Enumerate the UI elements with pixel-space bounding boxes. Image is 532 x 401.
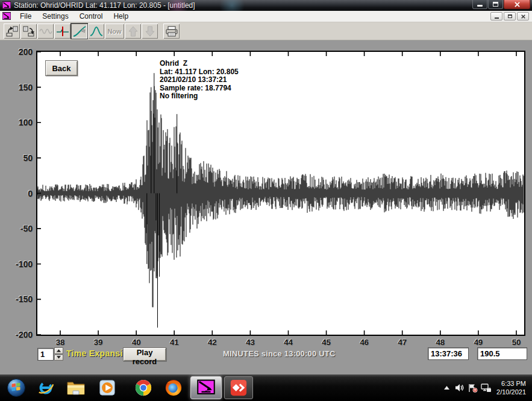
- red-launcher-icon: [230, 379, 248, 397]
- x-axis-label: 50: [504, 338, 528, 347]
- spin-down-icon: [57, 356, 61, 359]
- menu-item-control[interactable]: Control: [74, 11, 108, 22]
- travel-time-curve-icon: [73, 25, 86, 37]
- print-button[interactable]: [163, 24, 180, 39]
- x-axis-label: 38: [48, 338, 72, 347]
- file-explorer-icon[interactable]: [66, 378, 86, 397]
- chrome-icon[interactable]: [134, 378, 153, 397]
- spin-down-button[interactable]: [54, 355, 63, 361]
- minimize-button[interactable]: [472, 0, 487, 9]
- firefox-icon[interactable]: [164, 378, 183, 397]
- taskbar-amaseis-button[interactable]: [190, 376, 222, 399]
- now-button[interactable]: Now: [105, 24, 124, 39]
- seismogram-plot[interactable]: [36, 51, 525, 336]
- spin-up-icon: [57, 349, 61, 352]
- toolbar: Now: [0, 22, 532, 40]
- amaseis-icon: [197, 379, 215, 397]
- start-button[interactable]: [7, 378, 26, 397]
- annotation-line: Ohrid Z: [160, 60, 239, 68]
- extract-event-button[interactable]: [4, 24, 20, 39]
- play-record-button[interactable]: Play record: [123, 347, 166, 361]
- x-axis-label: 39: [86, 338, 110, 347]
- window-titlebar: Station: Ohrid/OHRID Lat: 41.117 Lon: 20…: [0, 0, 532, 11]
- save-event-button[interactable]: [20, 24, 37, 39]
- arrow-down-icon: [145, 25, 155, 37]
- windows-start-icon: [7, 378, 26, 397]
- media-player-icon[interactable]: [98, 378, 117, 397]
- menu-item-help[interactable]: Help: [108, 11, 134, 22]
- x-axis-label: 42: [200, 338, 224, 347]
- y-axis-label: 200: [4, 47, 33, 57]
- y-axis-label: 100: [4, 118, 33, 127]
- trace-annotation: Ohrid ZLat: 41.117 Lon: 20.8052021/02/10…: [160, 60, 239, 101]
- back-button[interactable]: Back: [45, 60, 78, 76]
- x-axis-label: 43: [238, 338, 262, 347]
- pick-arrival-icon: [56, 25, 69, 37]
- cursor-time-field[interactable]: 13:37:36: [428, 347, 469, 360]
- show-hidden-icons-button[interactable]: [441, 383, 452, 393]
- scroll-up-button[interactable]: [125, 24, 141, 39]
- now-label: Now: [107, 28, 121, 35]
- y-axis-label: 150: [4, 83, 33, 92]
- y-axis-label: -100: [4, 259, 33, 269]
- app-icon: [2, 1, 11, 10]
- travel-time-curves-button[interactable]: [71, 24, 87, 39]
- annotation-line: Sample rate: 18.7794: [160, 84, 239, 93]
- child-close-button[interactable]: [517, 12, 529, 21]
- menu-item-file[interactable]: File: [14, 11, 37, 22]
- chevron-up-icon: [444, 386, 449, 390]
- x-axis-label: 40: [124, 338, 148, 347]
- window-title: Station: Ohrid/OHRID Lat: 41.117 Lon: 20…: [14, 1, 195, 10]
- x-axis-label: 41: [162, 338, 186, 347]
- y-axis-label: -150: [4, 294, 33, 304]
- y-axis-label: 0: [4, 189, 33, 198]
- x-axis-label: 46: [352, 338, 377, 347]
- taskbar-red-launcher-button[interactable]: [224, 376, 253, 399]
- clock-date: 2/10/2021: [496, 388, 526, 396]
- x-axis-label: 45: [315, 338, 339, 347]
- filter-waveform-button[interactable]: [37, 24, 54, 39]
- y-axis-label: -200: [4, 330, 33, 339]
- volume-icon[interactable]: [454, 383, 465, 393]
- network-icon[interactable]: [481, 383, 492, 393]
- scroll-down-button[interactable]: [142, 24, 158, 39]
- extract-event-icon: [5, 25, 19, 37]
- time-expansion-value[interactable]: 1: [37, 348, 54, 361]
- waveform-icon: [39, 25, 52, 37]
- taskbar-clock[interactable]: 6:33 PM 2/10/2021: [496, 379, 526, 396]
- child-minimize-button[interactable]: [490, 12, 502, 21]
- annotation-line: 2021/02/10 13:37:21: [160, 76, 239, 84]
- x-axis-label: 44: [276, 338, 300, 347]
- magnitude-curve-button[interactable]: [88, 24, 104, 39]
- menu-item-settings[interactable]: Settings: [37, 11, 74, 22]
- child-window-icon[interactable]: [2, 12, 11, 21]
- save-event-icon: [22, 25, 36, 37]
- arrow-up-icon: [128, 25, 139, 37]
- x-axis-label: 48: [428, 338, 452, 347]
- menu-items: FileSettingsControlHelp: [14, 11, 134, 22]
- y-axis-label: -50: [4, 224, 33, 233]
- restore-button[interactable]: [488, 0, 503, 9]
- annotation-line: Lat: 41.117 Lon: 20.805: [160, 68, 239, 77]
- clock-time: 6:33 PM: [496, 379, 526, 388]
- pick-arrival-button[interactable]: [54, 24, 70, 39]
- time-expansion-stepper: [54, 347, 63, 361]
- print-icon: [165, 25, 178, 37]
- amplitude-field[interactable]: 190.5: [477, 347, 527, 360]
- x-axis-label: 47: [390, 338, 415, 347]
- menubar: FileSettingsControlHelp: [0, 11, 532, 22]
- internet-explorer-icon[interactable]: [36, 378, 55, 397]
- close-button[interactable]: [504, 0, 530, 9]
- bell-curve-icon: [90, 25, 103, 37]
- taskbar: 6:33 PM 2/10/2021: [0, 374, 532, 401]
- x-axis-label: 49: [466, 338, 490, 347]
- seismogram-trace: [37, 73, 524, 327]
- action-center-flag-icon[interactable]: [468, 383, 478, 393]
- child-restore-button[interactable]: [504, 12, 516, 21]
- x-axis-caption: MINUTES since 13:00:00 UTC: [223, 349, 336, 358]
- annotation-line: No filtering: [160, 92, 239, 101]
- spin-up-button[interactable]: [54, 347, 63, 354]
- helicorder-view: 200150100500-50-100-150-200 383940414243…: [0, 40, 532, 374]
- y-axis-label: 50: [4, 153, 33, 163]
- screen: Station: Ohrid/OHRID Lat: 41.117 Lon: 20…: [0, 0, 532, 401]
